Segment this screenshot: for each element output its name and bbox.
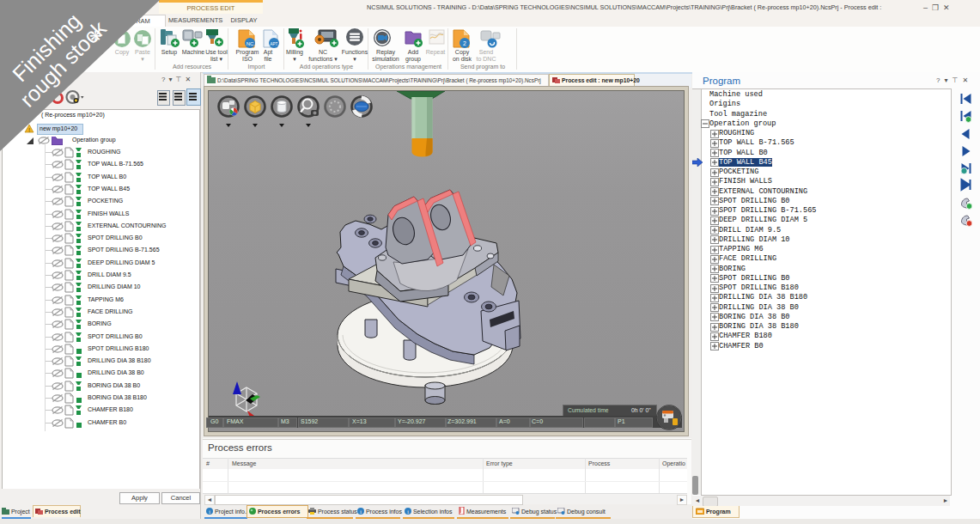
svg-text:NC: NC: [247, 41, 254, 46]
svg-text:2: 2: [463, 40, 466, 46]
svg-text:APT: APT: [271, 42, 278, 46]
svg-text:!: !: [28, 126, 30, 134]
